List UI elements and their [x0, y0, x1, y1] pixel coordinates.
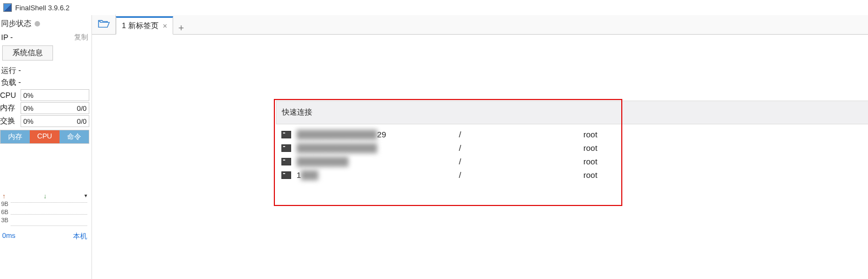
traffic-chart: ↑ ↓ ▾ 9B 6B 3B [0, 192, 89, 230]
close-tab-icon[interactable]: × [163, 22, 167, 30]
page-tabstrip: 1 新标签页 × + [92, 15, 868, 35]
cpu-value: 0% [23, 91, 34, 99]
app-title: FinalShell 3.9.6.2 [15, 4, 69, 12]
connection-name: ██████████████29 [297, 130, 459, 139]
quick-connect-panel: 快速连接 排序 访问时间 ▼ ██████████████29 / root █… [276, 101, 868, 185]
folder-open-icon [98, 19, 110, 29]
sync-status-label: 同步状态 [1, 19, 31, 29]
tab-command[interactable]: 命令 [60, 130, 89, 143]
ip-label: IP - [1, 33, 13, 42]
quick-connect-header: 快速连接 排序 访问时间 ▼ [276, 101, 868, 124]
run-status: 运行 - [0, 65, 89, 77]
mem-value-box: 0% 0/0 [21, 102, 89, 114]
content-area: 1 新标签页 × + 快速连接 排序 访问时间 ▼ ██████████████… [92, 15, 868, 279]
sidebar: 同步状态 IP - 复制 系统信息 运行 - 负载 - CPU 0% 内存 0%… [0, 15, 92, 279]
sidebar-footer: 0ms 本机 [0, 230, 89, 242]
connection-list: ██████████████29 / root ██████████████ /… [276, 124, 868, 185]
terminal-icon [281, 131, 291, 138]
load-status: 负载 - [0, 77, 89, 89]
page-tab-label: 1 新标签页 [122, 21, 159, 31]
swap-value: 0% [23, 117, 34, 125]
monitor-tabs: 内存 CPU 命令 [0, 130, 89, 144]
connection-name: █████████ [297, 157, 459, 166]
connection-path: / [459, 157, 583, 166]
page-tab-active[interactable]: 1 新标签页 × [116, 16, 173, 35]
swap-row: 交换 0% 0/0 [0, 115, 89, 128]
terminal-icon [281, 144, 291, 152]
host-label[interactable]: 本机 [73, 231, 87, 241]
connection-path: / [459, 130, 583, 139]
connection-name: 1███ [297, 170, 459, 180]
cpu-row: CPU 0% [0, 89, 89, 102]
connection-name: ██████████████ [297, 143, 459, 152]
ping-value: 0ms [2, 231, 16, 241]
connection-user: root [583, 143, 597, 152]
quick-connect-title: 快速连接 [282, 108, 312, 117]
status-dot-icon [35, 21, 40, 26]
chart-grid [11, 202, 87, 226]
y-label-2: 3B [1, 216, 8, 224]
cpu-label: CPU [0, 91, 18, 99]
tab-cpu[interactable]: CPU [30, 130, 59, 143]
new-tab-button[interactable]: + [173, 23, 189, 34]
swap-label: 交换 [0, 116, 18, 126]
mem-detail: 0/0 [77, 104, 87, 112]
connection-row[interactable]: 1███ / root [276, 168, 868, 182]
upload-arrow-icon: ↑ [2, 192, 5, 200]
swap-detail: 0/0 [77, 117, 87, 125]
system-info-button[interactable]: 系统信息 [2, 45, 53, 61]
tab-memory[interactable]: 内存 [1, 130, 30, 143]
connection-path: / [459, 170, 583, 180]
app-icon [3, 3, 12, 12]
mem-label: 内存 [0, 103, 18, 113]
y-label-1: 6B [1, 208, 8, 216]
open-folder-button[interactable] [92, 15, 116, 34]
y-label-0: 9B [1, 200, 8, 208]
chart-menu-icon[interactable]: ▾ [84, 192, 87, 200]
terminal-icon [281, 171, 291, 179]
mem-row: 内存 0% 0/0 [0, 102, 89, 115]
connection-user: root [583, 130, 597, 139]
connection-row[interactable]: ██████████████ / root [276, 141, 868, 155]
connection-row[interactable]: ██████████████29 / root [276, 128, 868, 141]
connection-user: root [583, 170, 597, 180]
mem-value: 0% [23, 104, 34, 112]
connection-path: / [459, 143, 583, 152]
terminal-icon [281, 158, 291, 165]
swap-value-box: 0% 0/0 [21, 115, 89, 127]
titlebar: FinalShell 3.9.6.2 [0, 0, 868, 15]
ip-row: IP - 复制 [0, 30, 89, 44]
copy-button[interactable]: 复制 [74, 32, 88, 42]
chart-y-labels: 9B 6B 3B [1, 200, 8, 224]
cpu-value-box: 0% [21, 89, 89, 101]
download-arrow-icon: ↓ [43, 192, 47, 200]
connection-row[interactable]: █████████ / root [276, 155, 868, 168]
connection-user: root [583, 157, 597, 166]
sync-status-row: 同步状态 [0, 17, 89, 30]
